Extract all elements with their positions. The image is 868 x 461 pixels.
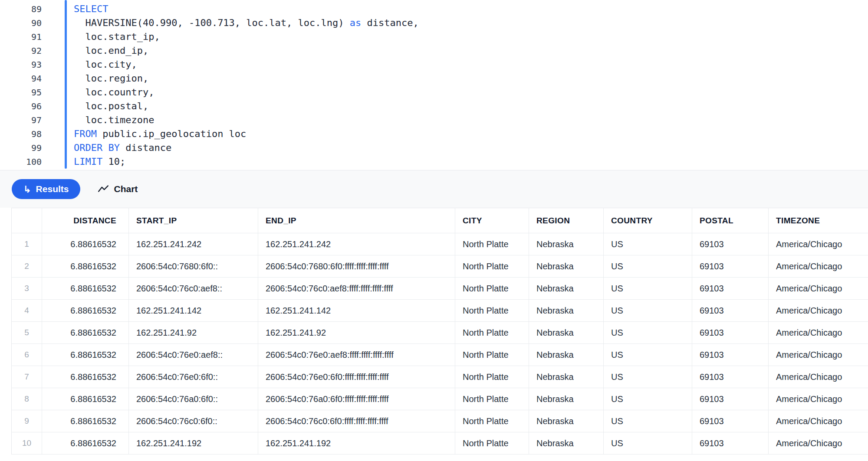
cell-postal[interactable]: 69103 [692,410,769,432]
cell-start_ip[interactable]: 162.251.241.92 [129,322,258,344]
table-row[interactable]: 66.886165322606:54c0:76e0:aef8::2606:54c… [12,344,868,366]
cell-country[interactable]: US [604,322,692,344]
cell-region[interactable]: Nebraska [529,432,604,454]
code-line[interactable]: 95 loc.country, [0,85,868,99]
code-line[interactable]: 94 loc.region, [0,72,868,85]
table-row[interactable]: 26.886165322606:54c0:7680:6f0::2606:54c0… [12,255,868,278]
cell-start_ip[interactable]: 2606:54c0:76c0:6f0:: [129,410,258,432]
cell-postal[interactable]: 69103 [692,366,769,388]
code-line[interactable]: 91 loc.start_ip, [0,30,868,44]
cell-distance[interactable]: 6.88616532 [42,366,129,388]
cell-city[interactable]: North Platte [455,300,529,322]
cell-end_ip[interactable]: 162.251.241.242 [258,233,455,255]
code-line[interactable]: 99ORDER BY distance [0,141,868,155]
cell-distance[interactable]: 6.88616532 [42,410,129,432]
cell-postal[interactable]: 69103 [692,388,769,410]
cell-region[interactable]: Nebraska [529,278,604,300]
code-line[interactable]: 92 loc.end_ip, [0,44,868,58]
cell-timezone[interactable]: America/Chicago [769,322,868,344]
cell-distance[interactable]: 6.88616532 [42,300,129,322]
cell-distance[interactable]: 6.88616532 [42,255,129,278]
cell-city[interactable]: North Platte [455,366,529,388]
cell-start_ip[interactable]: 2606:54c0:7680:6f0:: [129,255,258,278]
cell-country[interactable]: US [604,410,692,432]
code-line[interactable]: 98FROM public.ip_geolocation loc [0,127,868,141]
cell-region[interactable]: Nebraska [529,344,604,366]
cell-country[interactable]: US [604,432,692,454]
cell-end_ip[interactable]: 2606:54c0:76c0:aef8:ffff:ffff:ffff:ffff [258,278,455,300]
cell-country[interactable]: US [604,344,692,366]
cell-city[interactable]: North Platte [455,432,529,454]
cell-city[interactable]: North Platte [455,255,529,278]
cell-postal[interactable]: 69103 [692,344,769,366]
cell-postal[interactable]: 69103 [692,322,769,344]
cell-start_ip[interactable]: 2606:54c0:76e0:aef8:: [129,344,258,366]
cell-postal[interactable]: 69103 [692,300,769,322]
cell-region[interactable]: Nebraska [529,366,604,388]
cell-postal[interactable]: 69103 [692,233,769,255]
cell-timezone[interactable]: America/Chicago [769,233,868,255]
cell-city[interactable]: North Platte [455,322,529,344]
cell-country[interactable]: US [604,388,692,410]
cell-region[interactable]: Nebraska [529,388,604,410]
code-line[interactable]: 96 loc.postal, [0,99,868,113]
table-row[interactable]: 106.88616532162.251.241.192162.251.241.1… [12,432,868,454]
cell-postal[interactable]: 69103 [692,255,769,278]
table-row[interactable]: 56.88616532162.251.241.92162.251.241.92N… [12,322,868,344]
cell-country[interactable]: US [604,366,692,388]
cell-country[interactable]: US [604,233,692,255]
cell-start_ip[interactable]: 162.251.241.142 [129,300,258,322]
cell-timezone[interactable]: America/Chicago [769,366,868,388]
cell-distance[interactable]: 6.88616532 [42,322,129,344]
table-row[interactable]: 96.886165322606:54c0:76c0:6f0::2606:54c0… [12,410,868,432]
cell-start_ip[interactable]: 2606:54c0:76e0:6f0:: [129,366,258,388]
code-line[interactable]: 93 loc.city, [0,58,868,72]
sql-editor[interactable]: 89SELECT90 HAVERSINE(40.990, -100.713, l… [0,0,868,170]
cell-distance[interactable]: 6.88616532 [42,233,129,255]
cell-end_ip[interactable]: 2606:54c0:76a0:6f0:ffff:ffff:ffff:ffff [258,388,455,410]
cell-distance[interactable]: 6.88616532 [42,432,129,454]
cell-timezone[interactable]: America/Chicago [769,388,868,410]
cell-city[interactable]: North Platte [455,233,529,255]
cell-end_ip[interactable]: 2606:54c0:7680:6f0:ffff:ffff:ffff:ffff [258,255,455,278]
cell-country[interactable]: US [604,278,692,300]
cell-postal[interactable]: 69103 [692,278,769,300]
cell-end_ip[interactable]: 2606:54c0:76e0:aef8:ffff:ffff:ffff:ffff [258,344,455,366]
cell-start_ip[interactable]: 162.251.241.242 [129,233,258,255]
cell-start_ip[interactable]: 162.251.241.192 [129,432,258,454]
cell-timezone[interactable]: America/Chicago [769,410,868,432]
chart-tab[interactable]: Chart [98,183,138,195]
cell-city[interactable]: North Platte [455,388,529,410]
cell-distance[interactable]: 6.88616532 [42,388,129,410]
cell-distance[interactable]: 6.88616532 [42,344,129,366]
cell-region[interactable]: Nebraska [529,410,604,432]
code-line[interactable]: 97 loc.timezone [0,113,868,127]
code-line[interactable]: 90 HAVERSINE(40.990, -100.713, loc.lat, … [0,16,868,30]
cell-region[interactable]: Nebraska [529,255,604,278]
cell-start_ip[interactable]: 2606:54c0:76a0:6f0:: [129,388,258,410]
table-row[interactable]: 76.886165322606:54c0:76e0:6f0::2606:54c0… [12,366,868,388]
cell-end_ip[interactable]: 162.251.241.142 [258,300,455,322]
cell-timezone[interactable]: America/Chicago [769,432,868,454]
cell-region[interactable]: Nebraska [529,300,604,322]
cell-end_ip[interactable]: 2606:54c0:76e0:6f0:ffff:ffff:ffff:ffff [258,366,455,388]
cell-country[interactable]: US [604,255,692,278]
cell-timezone[interactable]: America/Chicago [769,344,868,366]
table-row[interactable]: 16.88616532162.251.241.242162.251.241.24… [12,233,868,255]
cell-city[interactable]: North Platte [455,344,529,366]
cell-end_ip[interactable]: 162.251.241.192 [258,432,455,454]
code-line[interactable]: 100LIMIT 10; [0,155,868,169]
cell-timezone[interactable]: America/Chicago [769,300,868,322]
cell-region[interactable]: Nebraska [529,233,604,255]
cell-distance[interactable]: 6.88616532 [42,278,129,300]
results-tab[interactable]: ↳ Results [12,179,80,199]
code-line[interactable]: 89SELECT [0,2,868,16]
cell-timezone[interactable]: America/Chicago [769,255,868,278]
cell-timezone[interactable]: America/Chicago [769,278,868,300]
table-row[interactable]: 36.886165322606:54c0:76c0:aef8::2606:54c… [12,278,868,300]
cell-country[interactable]: US [604,300,692,322]
cell-region[interactable]: Nebraska [529,322,604,344]
table-row[interactable]: 46.88616532162.251.241.142162.251.241.14… [12,300,868,322]
cell-city[interactable]: North Platte [455,410,529,432]
cell-city[interactable]: North Platte [455,278,529,300]
